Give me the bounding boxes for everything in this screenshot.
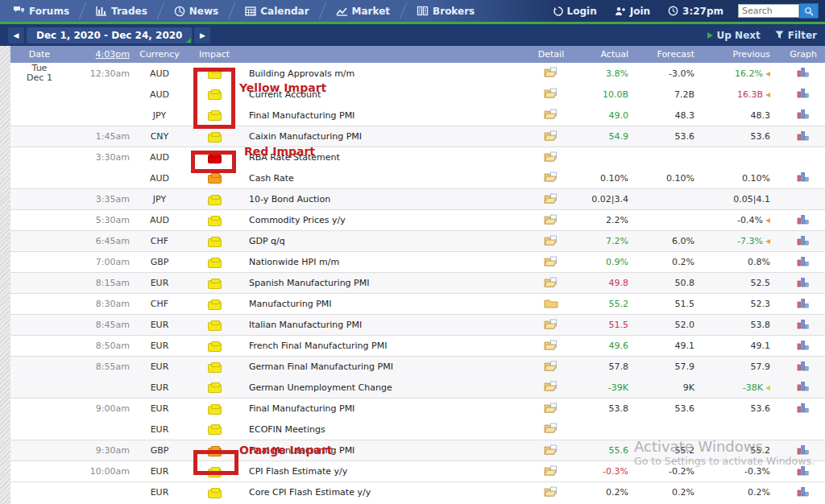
row-event[interactable]: German Unemployment Change <box>244 382 529 393</box>
open-folder-icon[interactable] <box>544 486 558 499</box>
open-folder-icon[interactable] <box>544 214 558 227</box>
open-folder-icon[interactable] <box>544 171 558 184</box>
graph-icon[interactable] <box>797 109 810 122</box>
graph-icon[interactable] <box>797 319 810 332</box>
row-event[interactable]: RBA Rate Statement <box>244 152 529 163</box>
row-event[interactable]: Commodity Prices y/y <box>244 215 529 225</box>
nav-brokers[interactable]: Brokers <box>404 0 487 22</box>
open-folder-icon[interactable] <box>544 130 558 143</box>
row-event[interactable]: Manufacturing PMI <box>244 299 529 309</box>
clock-time[interactable]: 3:27pm <box>665 6 727 17</box>
impact-icon[interactable] <box>208 364 222 373</box>
nav-market[interactable]: Market <box>323 0 404 22</box>
closed-folder-icon[interactable] <box>544 298 558 311</box>
impact-icon[interactable] <box>208 322 222 331</box>
impact-icon[interactable] <box>208 469 222 477</box>
table-row[interactable]: AUD Current Account 10.0B 7.2B 16.3B <box>10 84 825 105</box>
up-next-button[interactable]: Up Next <box>707 30 761 41</box>
row-event[interactable]: French Final Manufacturing PMI <box>244 341 529 351</box>
open-folder-icon[interactable] <box>544 319 558 332</box>
row-event[interactable]: Spanish Manufacturing PMI <box>244 278 529 288</box>
table-row[interactable]: 8:55am EUR German Final Manufacturing PM… <box>10 356 825 377</box>
impact-icon[interactable] <box>208 155 222 163</box>
join-button[interactable]: Join <box>611 6 653 17</box>
nav-calendar[interactable]: Calendar <box>232 0 321 22</box>
row-event[interactable]: German Final Manufacturing PMI <box>244 361 529 372</box>
graph-icon[interactable] <box>797 298 810 311</box>
impact-icon[interactable] <box>208 196 222 205</box>
graph-icon[interactable] <box>797 486 810 499</box>
row-event[interactable]: Final Manufacturing PMI <box>244 445 529 456</box>
graph-icon[interactable] <box>797 381 810 394</box>
search-button[interactable] <box>799 3 819 19</box>
graph-icon[interactable] <box>797 444 810 457</box>
impact-icon[interactable] <box>208 343 222 352</box>
open-folder-icon[interactable] <box>544 381 558 394</box>
row-event[interactable]: ECOFIN Meetings <box>244 424 529 435</box>
graph-icon[interactable] <box>797 361 810 374</box>
row-event[interactable]: Current Account <box>244 89 529 100</box>
impact-icon[interactable] <box>208 301 222 310</box>
impact-icon[interactable] <box>208 70 222 79</box>
table-row[interactable]: TueDec 1 12:30am AUD Building Approvals … <box>10 63 825 84</box>
row-event[interactable]: Cash Rate <box>244 173 529 184</box>
impact-icon[interactable] <box>208 406 222 415</box>
table-row[interactable]: 3:30am AUD RBA Rate Statement <box>10 147 825 167</box>
table-row[interactable]: 1:45am CNY Caixin Manufacturing PMI 54.9… <box>10 126 825 147</box>
table-row[interactable]: 3:35am JPY 10-y Bond Auction 0.02|3.4 0.… <box>10 188 825 209</box>
graph-icon[interactable] <box>797 465 810 478</box>
row-event[interactable]: Caixin Manufacturing PMI <box>244 131 529 142</box>
table-row[interactable]: EUR German Unemployment Change -39K 9K -… <box>10 377 825 398</box>
open-folder-icon[interactable] <box>544 444 558 457</box>
graph-icon[interactable] <box>797 235 810 248</box>
table-row[interactable]: AUD Cash Rate 0.10% 0.10% 0.10% <box>10 167 825 188</box>
row-event[interactable]: Core CPI Flash Estimate y/y <box>244 487 529 498</box>
graph-icon[interactable] <box>797 256 810 269</box>
open-folder-icon[interactable] <box>544 88 558 101</box>
open-folder-icon[interactable] <box>544 403 558 415</box>
impact-icon[interactable] <box>208 448 222 456</box>
open-folder-icon[interactable] <box>544 361 558 374</box>
table-row[interactable]: 8:50am EUR French Final Manufacturing PM… <box>10 335 825 356</box>
impact-icon[interactable] <box>208 490 222 498</box>
table-row[interactable]: EUR ECOFIN Meetings <box>10 419 825 440</box>
impact-icon[interactable] <box>208 175 222 184</box>
open-folder-icon[interactable] <box>544 193 558 206</box>
open-folder-icon[interactable] <box>544 151 558 164</box>
open-folder-icon[interactable] <box>544 277 558 290</box>
login-button[interactable]: Login <box>550 6 600 17</box>
filter-button[interactable]: Filter <box>775 30 817 41</box>
row-event[interactable]: Final Manufacturing PMI <box>244 403 529 414</box>
row-event[interactable]: CPI Flash Estimate y/y <box>244 466 529 477</box>
graph-icon[interactable] <box>797 277 810 290</box>
impact-icon[interactable] <box>208 112 222 121</box>
next-period-button[interactable]: ▶ <box>194 27 210 43</box>
table-row[interactable]: 5:30am AUD Commodity Prices y/y 2.2% -0.… <box>10 209 825 230</box>
row-event[interactable]: 10-y Bond Auction <box>244 194 529 204</box>
open-folder-icon[interactable] <box>544 109 558 122</box>
graph-icon[interactable] <box>797 340 810 353</box>
graph-icon[interactable] <box>797 130 810 143</box>
date-range-label[interactable]: Dec 1, 2020 - Dec 24, 2020 <box>27 27 192 43</box>
prev-period-button[interactable]: ◀ <box>8 27 24 43</box>
table-row[interactable]: 9:00am EUR Final Manufacturing PMI 53.8 … <box>10 398 825 419</box>
impact-icon[interactable] <box>208 134 222 143</box>
impact-icon[interactable] <box>208 426 222 435</box>
graph-icon[interactable] <box>797 171 810 184</box>
table-row[interactable]: 8:30am CHF Manufacturing PMI 55.2 51.5 5… <box>10 293 825 314</box>
open-folder-icon[interactable] <box>544 256 558 269</box>
open-folder-icon[interactable] <box>544 340 558 353</box>
nav-forums[interactable]: Forums <box>0 0 82 22</box>
graph-icon[interactable] <box>797 88 810 101</box>
table-row[interactable]: 6:45am CHF GDP q/q 7.2% 6.0% -7.3% <box>10 230 825 251</box>
impact-icon[interactable] <box>208 217 222 226</box>
row-event[interactable]: Final Manufacturing PMI <box>244 110 529 121</box>
impact-icon[interactable] <box>208 259 222 268</box>
impact-icon[interactable] <box>208 91 222 100</box>
graph-icon[interactable] <box>797 403 810 415</box>
table-row[interactable]: 10:00am EUR CPI Flash Estimate y/y -0.3%… <box>10 461 825 481</box>
table-row[interactable]: EUR Core CPI Flash Estimate y/y 0.2% 0.2… <box>10 481 825 502</box>
open-folder-icon[interactable] <box>544 465 558 478</box>
open-folder-icon[interactable] <box>544 235 558 248</box>
graph-icon[interactable] <box>797 214 810 227</box>
